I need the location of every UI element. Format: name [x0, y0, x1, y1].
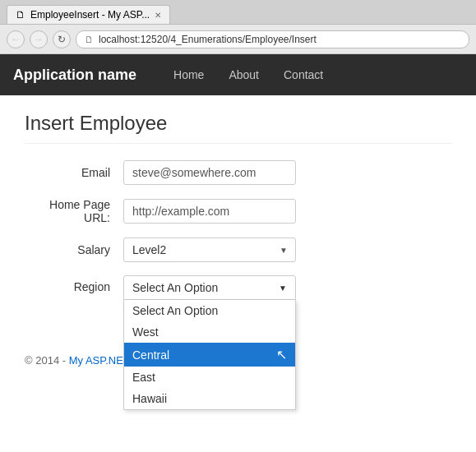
cursor-pointer-icon: ↖ — [276, 347, 287, 362]
tab-title: EmployeeInsert - My ASP... — [30, 9, 150, 21]
salary-label: Salary — [25, 243, 123, 256]
nav-about[interactable]: About — [216, 56, 271, 94]
tab-close-button[interactable]: ✕ — [155, 11, 161, 20]
homepage-group: Home Page URL: — [25, 198, 451, 224]
email-group: Email — [25, 160, 451, 185]
region-wrapper: Select An Option ▼ Select An Option West… — [123, 275, 296, 300]
email-field[interactable] — [123, 160, 296, 185]
forward-button[interactable]: → — [30, 30, 48, 48]
nav-links: Home About Contact — [161, 56, 335, 94]
region-option-west[interactable]: West — [124, 321, 295, 343]
region-option-hawaii[interactable]: Hawaii — [124, 388, 295, 409]
back-button[interactable]: ← — [7, 30, 25, 48]
salary-group: Salary Level1 Level2 Level3 — [25, 238, 451, 262]
address-bar[interactable]: 🗋 localhost:12520/4_Enumerations/Employe… — [76, 30, 469, 48]
region-option-central[interactable]: Central ↖ — [124, 343, 295, 367]
nav-home[interactable]: Home — [161, 56, 216, 94]
region-label: Region — [25, 280, 123, 293]
page-title: Insert Employee — [25, 112, 451, 144]
app-navbar: Application name Home About Contact — [0, 54, 476, 95]
page-content: Insert Employee Email Home Page URL: Sal… — [0, 95, 476, 330]
tab-bar: 🗋 EmployeeInsert - My ASP... ✕ — [0, 0, 476, 25]
url-text: localhost:12520/4_Enumerations/Employee/… — [99, 34, 317, 45]
salary-select[interactable]: Level1 Level2 Level3 — [123, 238, 296, 262]
tab-favicon: 🗋 — [16, 9, 25, 21]
page-icon: 🗋 — [85, 35, 94, 44]
browser-tab[interactable]: 🗋 EmployeeInsert - My ASP... ✕ — [7, 5, 170, 24]
footer-text: © 2014 - — [25, 354, 69, 367]
homepage-label: Home Page URL: — [25, 198, 123, 224]
app-name: Application name — [13, 67, 136, 84]
region-option-central-label: Central — [132, 348, 169, 362]
refresh-button[interactable]: ↻ — [53, 30, 71, 48]
region-dropdown-arrow: ▼ — [279, 284, 287, 293]
nav-contact[interactable]: Contact — [271, 56, 335, 94]
salary-select-wrapper: Level1 Level2 Level3 — [123, 238, 296, 262]
email-label: Email — [25, 166, 123, 179]
browser-toolbar: ← → ↻ 🗋 localhost:12520/4_Enumerations/E… — [0, 25, 476, 54]
region-group: Region Select An Option ▼ Select An Opti… — [25, 275, 451, 300]
region-option-east[interactable]: East — [124, 367, 295, 388]
region-dropdown-list: Select An Option West Central ↖ East Haw… — [123, 300, 296, 410]
region-select-box[interactable]: Select An Option ▼ — [123, 275, 296, 300]
region-option-select[interactable]: Select An Option — [124, 300, 295, 321]
region-selected-value: Select An Option — [132, 281, 218, 294]
homepage-field[interactable] — [123, 199, 296, 224]
